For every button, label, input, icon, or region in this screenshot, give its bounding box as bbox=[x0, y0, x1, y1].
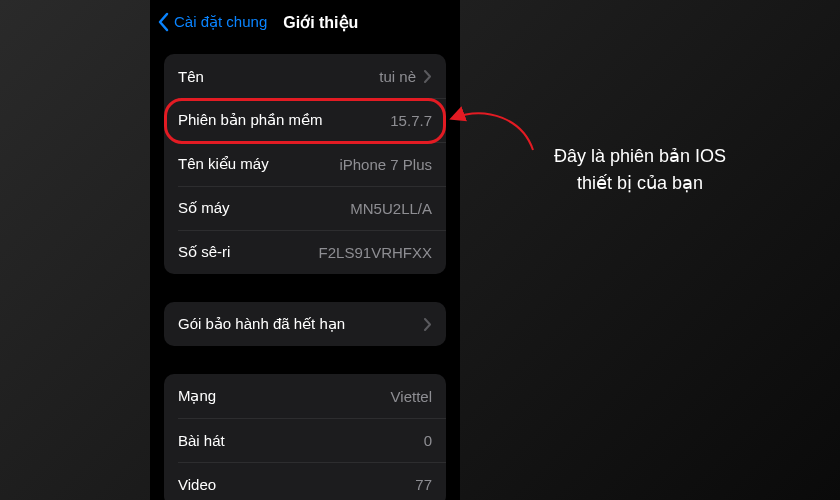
row-label: Phiên bản phần mềm bbox=[178, 111, 323, 129]
row-label: Tên kiểu máy bbox=[178, 155, 269, 173]
row-value: 0 bbox=[424, 432, 432, 449]
annotation-text: Đây là phiên bản IOS thiết bị của bạn bbox=[525, 143, 755, 197]
row-label: Mạng bbox=[178, 387, 216, 405]
row-value: 77 bbox=[415, 476, 432, 493]
row-carrier[interactable]: Mạng Viettel bbox=[164, 374, 446, 418]
row-label: Tên bbox=[178, 68, 204, 85]
row-warranty[interactable]: Gói bảo hành đã hết hạn bbox=[164, 302, 446, 346]
row-label: Số sê-ri bbox=[178, 243, 230, 261]
chevron-right-icon bbox=[424, 318, 432, 331]
row-value: iPhone 7 Plus bbox=[339, 156, 432, 173]
about-group-3: Mạng Viettel Bài hát 0 Video 77 bbox=[164, 374, 446, 500]
row-value bbox=[416, 318, 432, 331]
about-group-2: Gói bảo hành đã hết hạn bbox=[164, 302, 446, 346]
back-button[interactable]: Cài đặt chung bbox=[158, 12, 267, 32]
chevron-left-icon bbox=[158, 12, 170, 32]
row-value: tui nè bbox=[379, 68, 432, 85]
chevron-right-icon bbox=[424, 70, 432, 83]
about-group-1: Tên tui nè Phiên bản phần mềm 15.7.7 Tên… bbox=[164, 54, 446, 274]
row-model-name[interactable]: Tên kiểu máy iPhone 7 Plus bbox=[164, 142, 446, 186]
row-label: Gói bảo hành đã hết hạn bbox=[178, 315, 345, 333]
annotation-line-2: thiết bị của bạn bbox=[525, 170, 755, 197]
row-value: 15.7.7 bbox=[390, 112, 432, 129]
row-name[interactable]: Tên tui nè bbox=[164, 54, 446, 98]
navbar: Cài đặt chung Giới thiệu bbox=[150, 0, 460, 44]
row-label: Video bbox=[178, 476, 216, 493]
row-value: F2LS91VRHFXX bbox=[319, 244, 432, 261]
phone-frame: Cài đặt chung Giới thiệu Tên tui nè Phiê… bbox=[150, 0, 460, 500]
annotation-line-1: Đây là phiên bản IOS bbox=[525, 143, 755, 170]
page-title: Giới thiệu bbox=[283, 13, 358, 32]
row-songs[interactable]: Bài hát 0 bbox=[164, 418, 446, 462]
row-software-version[interactable]: Phiên bản phần mềm 15.7.7 bbox=[164, 98, 446, 142]
back-label: Cài đặt chung bbox=[174, 13, 267, 31]
row-model-number[interactable]: Số máy MN5U2LL/A bbox=[164, 186, 446, 230]
row-videos[interactable]: Video 77 bbox=[164, 462, 446, 500]
row-value: Viettel bbox=[391, 388, 432, 405]
content-scroll[interactable]: Tên tui nè Phiên bản phần mềm 15.7.7 Tên… bbox=[150, 44, 460, 500]
row-label: Số máy bbox=[178, 199, 230, 217]
row-value: MN5U2LL/A bbox=[350, 200, 432, 217]
row-label: Bài hát bbox=[178, 432, 225, 449]
row-serial-number[interactable]: Số sê-ri F2LS91VRHFXX bbox=[164, 230, 446, 274]
